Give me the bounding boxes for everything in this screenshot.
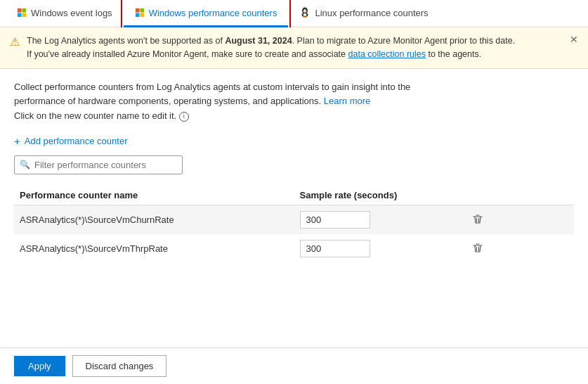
svg-rect-4 bbox=[136, 8, 140, 13]
data-collection-rules-link[interactable]: data collection rules bbox=[348, 49, 426, 59]
trash-icon bbox=[472, 243, 483, 254]
add-counter-button[interactable]: + Add performance counter bbox=[14, 135, 127, 147]
counter-name-cell: ASRAnalytics(*)\SourceVmThrpRate bbox=[14, 234, 294, 263]
column-header-sample-rate: Sample rate (seconds) bbox=[294, 186, 462, 205]
tab-windows-perf-counters[interactable]: Windows performance counters bbox=[124, 1, 289, 27]
svg-point-10 bbox=[303, 9, 304, 10]
svg-rect-5 bbox=[140, 8, 144, 13]
filter-input[interactable] bbox=[14, 155, 183, 174]
banner-text: The Log Analytics agents won't be suppor… bbox=[27, 34, 563, 61]
learn-more-link[interactable]: Learn more bbox=[324, 96, 370, 106]
svg-rect-15 bbox=[306, 17, 307, 18]
info-icon: i bbox=[179, 112, 189, 122]
table-row: ASRAnalytics(*)\SourceVmThrpRate bbox=[14, 234, 574, 263]
windows-event-logs-icon bbox=[17, 8, 27, 18]
table-row: ASRAnalytics(*)\SourceVmChurnRate bbox=[14, 205, 574, 234]
tab-linux-perf-counters[interactable]: Linux performance counters bbox=[288, 0, 439, 27]
delete-counter-button[interactable] bbox=[468, 212, 488, 226]
description-text: Collect performance counters from Log An… bbox=[14, 80, 574, 124]
sample-rate-cell bbox=[294, 205, 462, 234]
apply-button[interactable]: Apply bbox=[14, 356, 65, 376]
tab-linux-perf-counters-label: Linux performance counters bbox=[315, 8, 428, 18]
search-icon: 🔍 bbox=[20, 160, 30, 169]
sample-rate-input[interactable] bbox=[300, 211, 370, 229]
column-header-name: Performance counter name bbox=[14, 186, 294, 205]
action-cell bbox=[462, 234, 574, 263]
plus-icon: + bbox=[14, 135, 20, 147]
counter-table: Performance counter name Sample rate (se… bbox=[14, 186, 574, 263]
svg-rect-14 bbox=[303, 17, 305, 18]
windows-perf-counters-icon bbox=[135, 8, 145, 18]
svg-rect-2 bbox=[18, 13, 22, 17]
svg-point-11 bbox=[306, 9, 306, 10]
svg-rect-1 bbox=[22, 8, 26, 13]
svg-point-13 bbox=[303, 13, 307, 16]
tab-windows-event-logs[interactable]: Windows event logs bbox=[6, 1, 124, 27]
linux-icon bbox=[299, 7, 311, 18]
add-counter-label: Add performance counter bbox=[25, 136, 128, 146]
tab-windows-perf-counters-label: Windows performance counters bbox=[149, 8, 277, 18]
warning-banner: ⚠ The Log Analytics agents won't be supp… bbox=[0, 27, 588, 69]
svg-point-16 bbox=[304, 11, 306, 12]
delete-counter-button[interactable] bbox=[468, 241, 488, 255]
svg-rect-3 bbox=[22, 13, 26, 17]
action-cell bbox=[462, 205, 574, 234]
svg-rect-6 bbox=[136, 13, 140, 17]
table-header-row: Performance counter name Sample rate (se… bbox=[14, 186, 574, 205]
banner-close-button[interactable]: ✕ bbox=[570, 34, 578, 44]
svg-rect-0 bbox=[18, 8, 22, 13]
tab-navigation: Windows event logs Windows performance c… bbox=[0, 0, 588, 27]
filter-container: 🔍 bbox=[14, 155, 183, 174]
counter-name-cell: ASRAnalytics(*)\SourceVmChurnRate bbox=[14, 205, 294, 234]
main-content: Collect performance counters from Log An… bbox=[0, 69, 588, 274]
sample-rate-input[interactable] bbox=[300, 240, 370, 257]
discard-changes-button[interactable]: Discard changes bbox=[72, 355, 167, 377]
tab-windows-event-logs-label: Windows event logs bbox=[31, 8, 112, 18]
svg-rect-7 bbox=[140, 13, 144, 17]
sample-rate-cell bbox=[294, 234, 462, 263]
footer: Apply Discard changes bbox=[0, 347, 588, 384]
warning-icon: ⚠ bbox=[10, 35, 20, 49]
trash-icon bbox=[472, 214, 483, 225]
